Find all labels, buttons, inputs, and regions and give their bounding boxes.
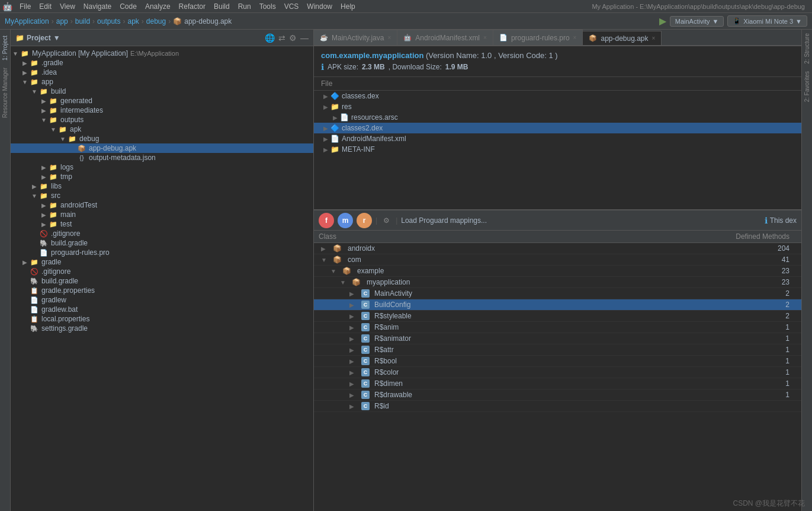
folder-icon: 📁 bbox=[15, 34, 24, 42]
tree-item-outputs[interactable]: ▼📁outputs bbox=[11, 115, 313, 124]
tree-item-app[interactable]: ▼📁app bbox=[11, 77, 313, 87]
tree-item-build[interactable]: ▼📁build bbox=[11, 87, 313, 96]
activity-dropdown[interactable]: MainActivity ▼ bbox=[670, 16, 724, 27]
dex-row-ranim[interactable]: ▶CR$anim1 bbox=[314, 322, 801, 333]
settings-icon[interactable]: ⚙ bbox=[289, 33, 297, 43]
tree-item-gitignore_app[interactable]: 🚫.gitignore bbox=[11, 229, 313, 238]
tree-item-intermediates[interactable]: ▶📁intermediates bbox=[11, 106, 313, 115]
tab-androidmanifest[interactable]: 🤖AndroidManifest.xml× bbox=[397, 30, 493, 45]
dex-row-buildconfig_class[interactable]: ▶CBuildConfig2 bbox=[314, 299, 801, 311]
tree-item-proguard[interactable]: 📄proguard-rules.pro bbox=[11, 248, 313, 257]
tree-icon-test: 📁 bbox=[49, 220, 58, 228]
tab-appdebugapk[interactable]: 📦app-debug.apk× bbox=[583, 31, 662, 46]
tab-close-androidmanifest[interactable]: × bbox=[483, 34, 487, 41]
menu-run[interactable]: Run bbox=[235, 1, 255, 12]
tree-item-androidTest[interactable]: ▶📁androidTest bbox=[11, 200, 313, 210]
dex-row-rdimen[interactable]: ▶CR$dimen1 bbox=[314, 378, 801, 389]
resource-manager-tab-vertical[interactable]: Resource Manager bbox=[1, 64, 9, 122]
tab-close-mainactivity[interactable]: × bbox=[387, 34, 391, 41]
tree-item-buildgradle_root[interactable]: 🐘build.gradle bbox=[11, 276, 313, 286]
menu-file[interactable]: File bbox=[16, 1, 34, 12]
tree-item-root[interactable]: ▼📁MyApplication [My Application]E:\MyApp… bbox=[11, 49, 313, 58]
apk-file-androidmanifest_xml[interactable]: ▶📄AndroidManifest.xml bbox=[314, 133, 801, 144]
tree-item-main[interactable]: ▶📁main bbox=[11, 210, 313, 219]
menu-refactor[interactable]: Refactor bbox=[175, 1, 209, 12]
panel-dropdown-arrow[interactable]: ▼ bbox=[53, 34, 60, 42]
tree-item-appdebug[interactable]: 📦app-debug.apk bbox=[11, 143, 313, 153]
dex-row-rbool[interactable]: ▶CR$bool1 bbox=[314, 356, 801, 367]
scope-icon[interactable]: 🌐 bbox=[265, 33, 275, 43]
menu-edit[interactable]: Edit bbox=[36, 1, 55, 12]
breadcrumb-build[interactable]: build bbox=[75, 17, 90, 25]
tree-item-generated[interactable]: ▶📁generated bbox=[11, 96, 313, 106]
menu-vcs[interactable]: VCS bbox=[281, 1, 303, 12]
run-toolbar: ▶ MainActivity ▼ 📱 Xiaomi Mi Note 3 ▼ bbox=[659, 15, 807, 27]
filter-m-button[interactable]: m bbox=[338, 213, 353, 228]
tree-item-apk[interactable]: ▼📁apk bbox=[11, 124, 313, 134]
tree-item-gradleprops[interactable]: 📋gradle.properties bbox=[11, 286, 313, 295]
menu-navigate[interactable]: Navigate bbox=[80, 1, 115, 12]
tab-close-proguardrules[interactable]: × bbox=[573, 34, 577, 41]
menu-analyze[interactable]: Analyze bbox=[142, 1, 174, 12]
tree-item-localprops[interactable]: 📋local.properties bbox=[11, 314, 313, 324]
tree-icon-proguard: 📄 bbox=[39, 248, 49, 257]
apk-file-resources_arsc[interactable]: ▶📄resources.arsc bbox=[314, 112, 801, 123]
tree-item-gitignore_root[interactable]: 🚫.gitignore bbox=[11, 267, 313, 276]
dex-row-mainactivity_class[interactable]: ▶CMainActivity2 bbox=[314, 288, 801, 299]
apk-file-classes2_dex[interactable]: ▶🔷classes2.dex bbox=[314, 123, 801, 133]
tab-proguardrules[interactable]: 📄proguard-rules.pro× bbox=[493, 30, 583, 45]
tree-item-settingsgradle[interactable]: 🐘settings.gradle bbox=[11, 324, 313, 333]
tab-close-appdebugapk[interactable]: × bbox=[652, 35, 656, 41]
filter-f-button[interactable]: f bbox=[319, 213, 334, 228]
tree-item-libs[interactable]: ▶📁libs bbox=[11, 181, 313, 191]
load-proguard-button[interactable]: Load Proguard mappings... bbox=[401, 216, 487, 225]
breadcrumb-app[interactable]: app bbox=[56, 17, 68, 25]
apk-file-res[interactable]: ▶📁res bbox=[314, 101, 801, 112]
menu-help[interactable]: Help bbox=[337, 1, 359, 12]
dex-row-androidx[interactable]: ▶📦androidx204 bbox=[314, 243, 801, 254]
apk-file-tree: ▶🔷classes.dex▶📁res▶📄resources.arsc▶🔷clas… bbox=[314, 91, 801, 209]
apk-file-classes_dex[interactable]: ▶🔷classes.dex bbox=[314, 91, 801, 101]
tree-item-debug[interactable]: ▼📁debug bbox=[11, 134, 313, 143]
project-tab-vertical[interactable]: 1: Project bbox=[1, 32, 9, 64]
tree-item-buildgradle_app[interactable]: 🐘build.gradle bbox=[11, 238, 313, 248]
tree-item-logs[interactable]: ▶📁logs bbox=[11, 162, 313, 172]
tab-mainactivity[interactable]: ☕MainActivity.java× bbox=[314, 30, 397, 45]
tree-item-gradle[interactable]: ▶📁.gradle bbox=[11, 58, 313, 68]
menu-view[interactable]: View bbox=[56, 1, 79, 12]
menu-tools[interactable]: Tools bbox=[256, 1, 280, 12]
tree-item-src[interactable]: ▼📁src bbox=[11, 191, 313, 200]
breadcrumb-apk[interactable]: apk bbox=[127, 17, 139, 25]
tree-item-gradle_root[interactable]: ▶📁gradle bbox=[11, 257, 313, 267]
device-dropdown[interactable]: 📱 Xiaomi Mi Note 3 ▼ bbox=[727, 15, 807, 27]
tree-item-gradlewbat[interactable]: 📄gradlew.bat bbox=[11, 305, 313, 314]
menu-code[interactable]: Code bbox=[116, 1, 140, 12]
dex-row-ranimator[interactable]: ▶CR$animator1 bbox=[314, 333, 801, 344]
apk-file-meta_inf[interactable]: ▶📁META-INF bbox=[314, 144, 801, 155]
breadcrumb-myapplication[interactable]: MyApplication bbox=[5, 17, 49, 25]
dex-row-rid[interactable]: ▶CR$id bbox=[314, 401, 801, 412]
dex-row-rattr[interactable]: ▶CR$attr1 bbox=[314, 344, 801, 356]
breadcrumb-outputs[interactable]: outputs bbox=[97, 17, 120, 25]
tree-item-outputmeta[interactable]: {}output-metadata.json bbox=[11, 153, 313, 162]
favorites-tab-vertical[interactable]: 2: Favorites bbox=[803, 68, 811, 106]
menu-window[interactable]: Window bbox=[303, 1, 336, 12]
filter-r-button[interactable]: r bbox=[357, 213, 372, 228]
tree-item-test[interactable]: ▶📁test bbox=[11, 219, 313, 229]
dex-row-rstyleable[interactable]: ▶CR$styleable2 bbox=[314, 311, 801, 322]
minimize-icon[interactable]: — bbox=[300, 33, 309, 43]
dex-row-rdrawable[interactable]: ▶CR$drawable1 bbox=[314, 389, 801, 401]
tree-item-gradlew[interactable]: 📄gradlew bbox=[11, 295, 313, 305]
tab-icon-appdebugapk: 📦 bbox=[589, 34, 597, 42]
menu-build[interactable]: Build bbox=[210, 1, 233, 12]
tree-item-tmp[interactable]: ▶📁tmp bbox=[11, 172, 313, 181]
dex-row-example[interactable]: ▼📦example23 bbox=[314, 266, 801, 277]
breadcrumb-debug[interactable]: debug bbox=[146, 17, 166, 25]
collapse-icon[interactable]: ⇄ bbox=[278, 33, 285, 43]
panel-title: 📁 Project ▼ bbox=[15, 34, 60, 42]
dex-row-rcolor[interactable]: ▶CR$color1 bbox=[314, 367, 801, 378]
structure-tab-vertical[interactable]: 2: Structure bbox=[803, 30, 811, 68]
tree-item-idea[interactable]: ▶📁.idea bbox=[11, 68, 313, 77]
dex-row-myapplication[interactable]: ▼📦myapplication23 bbox=[314, 277, 801, 288]
dex-row-com[interactable]: ▼📦com41 bbox=[314, 254, 801, 266]
